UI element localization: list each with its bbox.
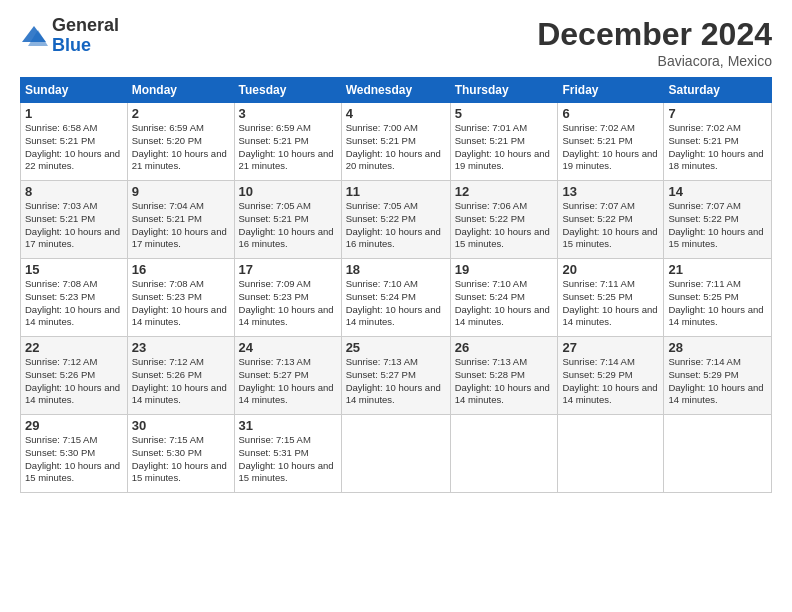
logo-text: General Blue (52, 16, 119, 56)
day-number: 6 (562, 106, 659, 121)
day-number: 12 (455, 184, 554, 199)
day-number: 9 (132, 184, 230, 199)
day-number: 28 (668, 340, 767, 355)
day-info: Sunrise: 7:13 AMSunset: 5:28 PMDaylight:… (455, 356, 550, 405)
table-row (664, 415, 772, 493)
calendar-row: 15 Sunrise: 7:08 AMSunset: 5:23 PMDaylig… (21, 259, 772, 337)
header-wednesday: Wednesday (341, 78, 450, 103)
day-number: 21 (668, 262, 767, 277)
table-row: 16 Sunrise: 7:08 AMSunset: 5:23 PMDaylig… (127, 259, 234, 337)
day-info: Sunrise: 7:15 AMSunset: 5:31 PMDaylight:… (239, 434, 334, 483)
table-row: 29 Sunrise: 7:15 AMSunset: 5:30 PMDaylig… (21, 415, 128, 493)
table-row: 11 Sunrise: 7:05 AMSunset: 5:22 PMDaylig… (341, 181, 450, 259)
day-number: 20 (562, 262, 659, 277)
header-saturday: Saturday (664, 78, 772, 103)
day-info: Sunrise: 7:08 AMSunset: 5:23 PMDaylight:… (132, 278, 227, 327)
day-info: Sunrise: 7:13 AMSunset: 5:27 PMDaylight:… (346, 356, 441, 405)
table-row: 4 Sunrise: 7:00 AMSunset: 5:21 PMDayligh… (341, 103, 450, 181)
title-section: December 2024 Baviacora, Mexico (537, 16, 772, 69)
table-row: 17 Sunrise: 7:09 AMSunset: 5:23 PMDaylig… (234, 259, 341, 337)
day-info: Sunrise: 7:10 AMSunset: 5:24 PMDaylight:… (455, 278, 550, 327)
calendar-table: Sunday Monday Tuesday Wednesday Thursday… (20, 77, 772, 493)
table-row: 9 Sunrise: 7:04 AMSunset: 5:21 PMDayligh… (127, 181, 234, 259)
day-info: Sunrise: 7:07 AMSunset: 5:22 PMDaylight:… (562, 200, 657, 249)
logo: General Blue (20, 16, 119, 56)
day-number: 7 (668, 106, 767, 121)
day-info: Sunrise: 7:05 AMSunset: 5:21 PMDaylight:… (239, 200, 334, 249)
table-row: 23 Sunrise: 7:12 AMSunset: 5:26 PMDaylig… (127, 337, 234, 415)
day-number: 10 (239, 184, 337, 199)
day-number: 16 (132, 262, 230, 277)
header-thursday: Thursday (450, 78, 558, 103)
table-row: 22 Sunrise: 7:12 AMSunset: 5:26 PMDaylig… (21, 337, 128, 415)
day-info: Sunrise: 7:00 AMSunset: 5:21 PMDaylight:… (346, 122, 441, 171)
table-row: 7 Sunrise: 7:02 AMSunset: 5:21 PMDayligh… (664, 103, 772, 181)
day-number: 15 (25, 262, 123, 277)
day-info: Sunrise: 7:04 AMSunset: 5:21 PMDaylight:… (132, 200, 227, 249)
month-title: December 2024 (537, 16, 772, 53)
day-info: Sunrise: 7:05 AMSunset: 5:22 PMDaylight:… (346, 200, 441, 249)
header-sunday: Sunday (21, 78, 128, 103)
table-row: 6 Sunrise: 7:02 AMSunset: 5:21 PMDayligh… (558, 103, 664, 181)
day-number: 8 (25, 184, 123, 199)
header-friday: Friday (558, 78, 664, 103)
table-row: 24 Sunrise: 7:13 AMSunset: 5:27 PMDaylig… (234, 337, 341, 415)
table-row: 21 Sunrise: 7:11 AMSunset: 5:25 PMDaylig… (664, 259, 772, 337)
table-row: 30 Sunrise: 7:15 AMSunset: 5:30 PMDaylig… (127, 415, 234, 493)
table-row (341, 415, 450, 493)
day-number: 5 (455, 106, 554, 121)
day-info: Sunrise: 6:58 AMSunset: 5:21 PMDaylight:… (25, 122, 120, 171)
table-row: 31 Sunrise: 7:15 AMSunset: 5:31 PMDaylig… (234, 415, 341, 493)
logo-blue: Blue (52, 36, 119, 56)
table-row: 2 Sunrise: 6:59 AMSunset: 5:20 PMDayligh… (127, 103, 234, 181)
day-number: 18 (346, 262, 446, 277)
location: Baviacora, Mexico (537, 53, 772, 69)
day-info: Sunrise: 7:02 AMSunset: 5:21 PMDaylight:… (668, 122, 763, 171)
day-number: 26 (455, 340, 554, 355)
day-number: 29 (25, 418, 123, 433)
day-info: Sunrise: 6:59 AMSunset: 5:20 PMDaylight:… (132, 122, 227, 171)
header-row: Sunday Monday Tuesday Wednesday Thursday… (21, 78, 772, 103)
page: General Blue December 2024 Baviacora, Me… (0, 0, 792, 612)
table-row: 8 Sunrise: 7:03 AMSunset: 5:21 PMDayligh… (21, 181, 128, 259)
table-row: 10 Sunrise: 7:05 AMSunset: 5:21 PMDaylig… (234, 181, 341, 259)
table-row: 14 Sunrise: 7:07 AMSunset: 5:22 PMDaylig… (664, 181, 772, 259)
table-row: 27 Sunrise: 7:14 AMSunset: 5:29 PMDaylig… (558, 337, 664, 415)
table-row: 26 Sunrise: 7:13 AMSunset: 5:28 PMDaylig… (450, 337, 558, 415)
day-info: Sunrise: 7:13 AMSunset: 5:27 PMDaylight:… (239, 356, 334, 405)
day-info: Sunrise: 7:11 AMSunset: 5:25 PMDaylight:… (668, 278, 763, 327)
day-number: 22 (25, 340, 123, 355)
table-row (450, 415, 558, 493)
logo-icon (20, 22, 48, 50)
day-number: 27 (562, 340, 659, 355)
calendar-row: 1 Sunrise: 6:58 AMSunset: 5:21 PMDayligh… (21, 103, 772, 181)
table-row (558, 415, 664, 493)
day-number: 2 (132, 106, 230, 121)
table-row: 20 Sunrise: 7:11 AMSunset: 5:25 PMDaylig… (558, 259, 664, 337)
calendar-row: 29 Sunrise: 7:15 AMSunset: 5:30 PMDaylig… (21, 415, 772, 493)
day-info: Sunrise: 7:11 AMSunset: 5:25 PMDaylight:… (562, 278, 657, 327)
day-info: Sunrise: 7:12 AMSunset: 5:26 PMDaylight:… (132, 356, 227, 405)
day-number: 17 (239, 262, 337, 277)
day-info: Sunrise: 7:02 AMSunset: 5:21 PMDaylight:… (562, 122, 657, 171)
table-row: 5 Sunrise: 7:01 AMSunset: 5:21 PMDayligh… (450, 103, 558, 181)
table-row: 1 Sunrise: 6:58 AMSunset: 5:21 PMDayligh… (21, 103, 128, 181)
day-number: 4 (346, 106, 446, 121)
day-info: Sunrise: 7:12 AMSunset: 5:26 PMDaylight:… (25, 356, 120, 405)
header: General Blue December 2024 Baviacora, Me… (20, 16, 772, 69)
logo-general: General (52, 16, 119, 36)
day-number: 14 (668, 184, 767, 199)
table-row: 13 Sunrise: 7:07 AMSunset: 5:22 PMDaylig… (558, 181, 664, 259)
header-tuesday: Tuesday (234, 78, 341, 103)
day-info: Sunrise: 7:06 AMSunset: 5:22 PMDaylight:… (455, 200, 550, 249)
day-number: 3 (239, 106, 337, 121)
table-row: 19 Sunrise: 7:10 AMSunset: 5:24 PMDaylig… (450, 259, 558, 337)
day-number: 13 (562, 184, 659, 199)
day-number: 11 (346, 184, 446, 199)
day-info: Sunrise: 7:15 AMSunset: 5:30 PMDaylight:… (132, 434, 227, 483)
day-info: Sunrise: 7:10 AMSunset: 5:24 PMDaylight:… (346, 278, 441, 327)
day-info: Sunrise: 7:09 AMSunset: 5:23 PMDaylight:… (239, 278, 334, 327)
day-number: 23 (132, 340, 230, 355)
day-info: Sunrise: 7:14 AMSunset: 5:29 PMDaylight:… (668, 356, 763, 405)
day-number: 31 (239, 418, 337, 433)
